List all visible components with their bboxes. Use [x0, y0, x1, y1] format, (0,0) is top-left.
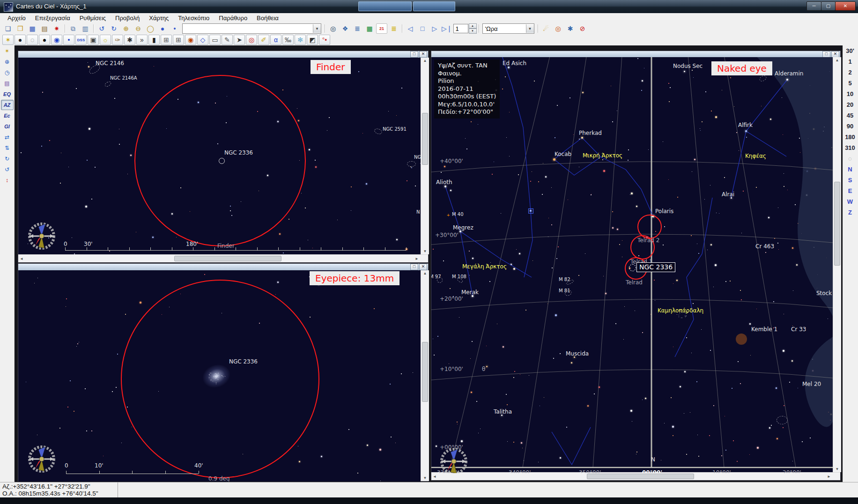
scroll-right-icon[interactable]: ►	[827, 474, 831, 479]
zoom-level-310[interactable]: 310	[843, 142, 857, 153]
calendar-button[interactable]: ▦	[364, 23, 375, 34]
telescope-target-button[interactable]: ◎	[553, 23, 564, 34]
sky-chart[interactable]: +NGC 2336Ed AsichNodus SecAlderaminAlfir…	[431, 57, 833, 473]
select-tool-button[interactable]: ✑	[112, 35, 123, 45]
panel-maximize-button[interactable]: □	[410, 264, 418, 270]
coord-altaz-button[interactable]: AZ	[1, 100, 14, 110]
undo-button[interactable]: ↺	[96, 23, 107, 34]
animation-step-spinner[interactable]: ▲▼	[469, 23, 477, 34]
copy-chart-button[interactable]: ⧉	[67, 23, 79, 34]
horizontal-scroll-thumb[interactable]	[587, 474, 694, 479]
chevron-down-icon[interactable]: ▼	[313, 24, 321, 33]
menu-help[interactable]: Βοήθεια	[252, 13, 283, 23]
show-sun-toggle[interactable]: ☼	[100, 35, 111, 45]
field-updown-button[interactable]: ↕	[1, 175, 14, 185]
panel-close-button[interactable]: ✕	[419, 264, 427, 270]
look-W-button[interactable]: W	[843, 196, 857, 207]
scroll-up-icon[interactable]: ▲	[421, 59, 429, 63]
field-circle-icon[interactable]: ◌	[843, 153, 857, 164]
show-planets-toggle[interactable]: ●	[39, 35, 50, 45]
scroll-left-icon[interactable]: ◄	[433, 474, 436, 479]
twilight-toggle[interactable]: ✻	[295, 35, 306, 45]
coord-equatorial-button[interactable]: EQ	[1, 89, 14, 99]
show-labels-toggle[interactable]: ▭	[209, 35, 221, 45]
panel-close-button[interactable]: ✕	[419, 51, 427, 58]
look-N-button[interactable]: N	[843, 164, 857, 175]
horizontal-scroll-thumb[interactable]	[174, 256, 282, 261]
star-chart-button[interactable]: ✶	[1, 46, 14, 56]
observatory-button[interactable]: ⊕	[1, 57, 14, 67]
telrad-toggle[interactable]: ◎	[246, 35, 257, 45]
menu-edit[interactable]: Επεξεργασία	[30, 13, 75, 23]
measure-tool-button[interactable]: ✐	[258, 35, 269, 45]
search-button[interactable]: ◎	[327, 23, 339, 34]
animation-step-input[interactable]	[453, 24, 468, 33]
zoom-out-button[interactable]: ⊖	[133, 23, 144, 34]
magnitude-filter-toggle[interactable]: ‰	[282, 35, 294, 45]
chart-info-button[interactable]: ▤	[1, 78, 14, 89]
scroll-right-icon[interactable]: ►	[415, 257, 419, 261]
advanced-search-button[interactable]: ❖	[340, 23, 351, 34]
telescope-config-button[interactable]: ✱	[565, 23, 576, 34]
vertical-scrollbar[interactable]: ▲▼	[421, 58, 429, 254]
print-button[interactable]: ▤	[39, 23, 50, 34]
redo-button[interactable]: ↻	[108, 23, 119, 34]
zoom-level-20[interactable]: 20	[843, 99, 857, 110]
show-nebula-outlines-toggle[interactable]: ◌	[27, 35, 38, 45]
rotate-ccw-button[interactable]: ↺	[1, 164, 14, 175]
vertical-scroll-thumb[interactable]	[834, 182, 840, 266]
menu-window[interactable]: Παράθυρο	[214, 13, 252, 23]
open-button[interactable]: ❒	[15, 23, 26, 34]
label-tool-button[interactable]: ✱	[124, 35, 135, 45]
show-marks-toggle[interactable]: ◇	[197, 35, 208, 45]
look-Z-button[interactable]: Z	[843, 207, 857, 218]
zoom-level-1[interactable]: 1	[843, 56, 857, 67]
step-back-button[interactable]: ◁	[405, 23, 416, 34]
show-faint-stars-toggle[interactable]: •	[63, 35, 74, 45]
scroll-down-icon[interactable]: ▼	[833, 467, 841, 471]
vertical-scroll-thumb[interactable]	[422, 342, 428, 402]
step-forward-button[interactable]: ▷❘	[441, 23, 453, 34]
play-animation-button[interactable]: ▷	[429, 23, 440, 34]
object-list-button[interactable]: ≣	[352, 23, 363, 34]
stop-animation-button[interactable]: □	[417, 23, 428, 34]
rotate-cw-button[interactable]: ↻	[1, 154, 14, 164]
menu-file[interactable]: Αρχείο	[3, 13, 30, 23]
chart-legend-button[interactable]: ≣	[388, 23, 399, 34]
greek-labels-toggle[interactable]: α	[270, 35, 281, 45]
zoom-level-5[interactable]: 5	[843, 78, 857, 89]
flip-horizontal-button[interactable]: ⇄	[1, 132, 14, 142]
cursor-tool-button[interactable]: ➤	[234, 35, 245, 45]
tile-windows-button[interactable]: ▥	[80, 23, 91, 34]
horizontal-scrollbar[interactable]: ◄►	[431, 472, 840, 480]
coord-galactic-button[interactable]: Gl	[1, 121, 14, 132]
menu-telescope[interactable]: Τηλεσκόπιο	[173, 13, 214, 23]
scroll-down-icon[interactable]: ▼	[421, 476, 429, 480]
zoom-level-45[interactable]: 45	[843, 110, 857, 121]
scroll-down-icon[interactable]: ▼	[421, 249, 429, 253]
show-nebulae-toggle[interactable]: ●	[15, 35, 26, 45]
dss-image-toggle[interactable]: DSS	[75, 35, 87, 45]
zoom-level-10[interactable]: 10	[843, 89, 857, 99]
advance-chart-button[interactable]: »	[136, 35, 148, 45]
object-search-dropdown[interactable]: ▼	[182, 23, 321, 34]
spinner-down-icon[interactable]: ▼	[469, 29, 477, 34]
big-dot-button[interactable]: ●	[157, 23, 168, 34]
edit-labels-button[interactable]: ✎	[222, 35, 233, 45]
panel-maximize-button[interactable]: □	[410, 51, 418, 58]
vertical-scrollbar[interactable]: ▲▼	[421, 270, 429, 481]
minimize-button[interactable]: ─	[806, 1, 821, 11]
background-image-toggle[interactable]: ▣	[88, 35, 99, 45]
scroll-up-icon[interactable]: ▲	[833, 58, 841, 62]
telescope-abort-button[interactable]: ⊘	[577, 23, 588, 34]
coord-ecliptic-button[interactable]: Ec	[1, 111, 14, 121]
sky-chart[interactable]: NGC 2146NGC 2146ANGC 2336NGC 2591NGNFind…	[18, 58, 421, 255]
look-S-button[interactable]: S	[843, 175, 857, 185]
show-stars-toggle[interactable]: ✶	[2, 35, 14, 45]
time-step-dropdown[interactable]: 'Ωρα▼	[482, 23, 534, 34]
panel-close-button[interactable]: ✕	[831, 51, 839, 58]
show-deepsky-toggle[interactable]: ◉	[51, 35, 62, 45]
zoom-level-180[interactable]: 180	[843, 132, 857, 142]
scroll-left-icon[interactable]: ◄	[20, 257, 23, 261]
close-button[interactable]: ✕	[835, 1, 856, 11]
